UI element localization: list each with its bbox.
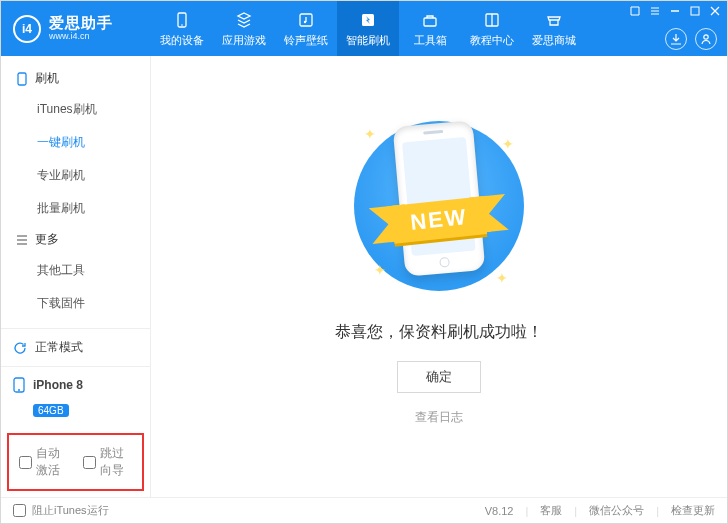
settings-icon[interactable] (629, 5, 641, 17)
nav-shop[interactable]: 爱思商城 (523, 1, 585, 56)
body: 刷机iTunes刷机一键刷机专业刷机批量刷机更多其他工具下载固件高级功能 正常模… (1, 56, 727, 497)
phone-icon (172, 10, 192, 30)
sidebar-group: 更多 (1, 225, 150, 254)
nav-toolbox[interactable]: 工具箱 (399, 1, 461, 56)
nav-label: 我的设备 (160, 33, 204, 48)
block-itunes-option[interactable]: 阻止iTunes运行 (13, 503, 109, 518)
success-illustration: NEW ✦ ✦ ✦ ✦ (324, 116, 554, 296)
option-checkbox[interactable] (19, 456, 32, 469)
brand-url: www.i4.cn (49, 32, 113, 42)
sidebar-item[interactable]: 批量刷机 (1, 192, 150, 225)
sidebar-item[interactable]: 其他工具 (1, 254, 150, 287)
option-label: 自动激活 (36, 445, 69, 479)
music-icon (296, 10, 316, 30)
sparkle-icon: ✦ (502, 136, 514, 152)
book-icon (482, 10, 502, 30)
device-name: iPhone 8 (33, 378, 83, 392)
block-itunes-label: 阻止iTunes运行 (32, 503, 109, 518)
sidebar-item[interactable]: 高级功能 (1, 320, 150, 328)
app-window: i4 爱思助手 www.i4.cn 我的设备应用游戏铃声壁纸智能刷机工具箱教程中… (0, 0, 728, 524)
apps-icon (234, 10, 254, 30)
menu-icon[interactable] (649, 5, 661, 17)
svg-rect-9 (18, 73, 26, 85)
user-icon[interactable] (695, 28, 717, 50)
device-storage-badge: 64GB (33, 404, 69, 417)
sidebar-options: 自动激活跳过向导 (7, 433, 144, 491)
nav-label: 爱思商城 (532, 33, 576, 48)
nav-label: 工具箱 (414, 33, 447, 48)
flash-icon (358, 10, 378, 30)
window-controls (629, 5, 721, 17)
sidebar: 刷机iTunes刷机一键刷机专业刷机批量刷机更多其他工具下载固件高级功能 正常模… (1, 56, 151, 497)
nav-phone[interactable]: 我的设备 (151, 1, 213, 56)
sparkle-icon: ✦ (496, 270, 508, 286)
shop-icon (544, 10, 564, 30)
brand-text: 爱思助手 www.i4.cn (49, 15, 113, 41)
maximize-icon[interactable] (689, 5, 701, 17)
footer-link-support[interactable]: 客服 (540, 503, 562, 518)
group-title: 刷机 (35, 70, 59, 87)
phone-icon (13, 377, 25, 393)
brand-logo-icon: i4 (13, 15, 41, 43)
view-log-link[interactable]: 查看日志 (415, 409, 463, 426)
main-content: NEW ✦ ✦ ✦ ✦ 恭喜您，保资料刷机成功啦！ 确定 查看日志 (151, 56, 727, 497)
sidebar-item[interactable]: 下载固件 (1, 287, 150, 320)
brand: i4 爱思助手 www.i4.cn (1, 15, 151, 43)
status-bar: 阻止iTunes运行 V8.12 | 客服 | 微信公众号 | 检查更新 (1, 497, 727, 523)
nav-apps[interactable]: 应用游戏 (213, 1, 275, 56)
menu-icon (15, 234, 29, 246)
success-message: 恭喜您，保资料刷机成功啦！ (335, 322, 543, 343)
nav-book[interactable]: 教程中心 (461, 1, 523, 56)
footer-link-update[interactable]: 检查更新 (671, 503, 715, 518)
sidebar-option[interactable]: 自动激活 (19, 445, 69, 479)
header-actions (665, 28, 717, 50)
sparkle-icon: ✦ (374, 262, 386, 278)
sidebar-group: 刷机 (1, 64, 150, 93)
nav-music[interactable]: 铃声壁纸 (275, 1, 337, 56)
ok-button[interactable]: 确定 (397, 361, 481, 393)
nav-flash[interactable]: 智能刷机 (337, 1, 399, 56)
refresh-icon (13, 341, 27, 355)
nav-label: 应用游戏 (222, 33, 266, 48)
brand-name: 爱思助手 (49, 15, 113, 32)
nav-label: 教程中心 (470, 33, 514, 48)
option-checkbox[interactable] (83, 456, 96, 469)
svg-point-11 (18, 389, 20, 391)
version-label: V8.12 (485, 505, 514, 517)
footer-link-wechat[interactable]: 微信公众号 (589, 503, 644, 518)
svg-rect-5 (424, 18, 436, 26)
sidebar-item[interactable]: iTunes刷机 (1, 93, 150, 126)
svg-rect-7 (691, 7, 699, 15)
close-icon[interactable] (709, 5, 721, 17)
svg-point-8 (704, 35, 708, 39)
nav-label: 智能刷机 (346, 33, 390, 48)
top-nav: 我的设备应用游戏铃声壁纸智能刷机工具箱教程中心爱思商城 (151, 1, 585, 56)
sidebar-device[interactable]: iPhone 8 64GB (1, 366, 150, 427)
svg-point-1 (181, 24, 183, 26)
group-title: 更多 (35, 231, 59, 248)
minimize-icon[interactable] (669, 5, 681, 17)
mode-label: 正常模式 (35, 339, 83, 356)
block-itunes-checkbox[interactable] (13, 504, 26, 517)
sidebar-mode[interactable]: 正常模式 (1, 328, 150, 366)
download-icon[interactable] (665, 28, 687, 50)
nav-label: 铃声壁纸 (284, 33, 328, 48)
header-bar: i4 爱思助手 www.i4.cn 我的设备应用游戏铃声壁纸智能刷机工具箱教程中… (1, 1, 727, 56)
phone-small-icon (15, 72, 29, 86)
toolbox-icon (420, 10, 440, 30)
sidebar-item[interactable]: 专业刷机 (1, 159, 150, 192)
svg-point-3 (304, 20, 306, 22)
sparkle-icon: ✦ (364, 126, 376, 142)
footer-right: V8.12 | 客服 | 微信公众号 | 检查更新 (485, 503, 715, 518)
option-label: 跳过向导 (100, 445, 133, 479)
sidebar-menu: 刷机iTunes刷机一键刷机专业刷机批量刷机更多其他工具下载固件高级功能 (1, 56, 150, 328)
sidebar-item[interactable]: 一键刷机 (1, 126, 150, 159)
sidebar-option[interactable]: 跳过向导 (83, 445, 133, 479)
